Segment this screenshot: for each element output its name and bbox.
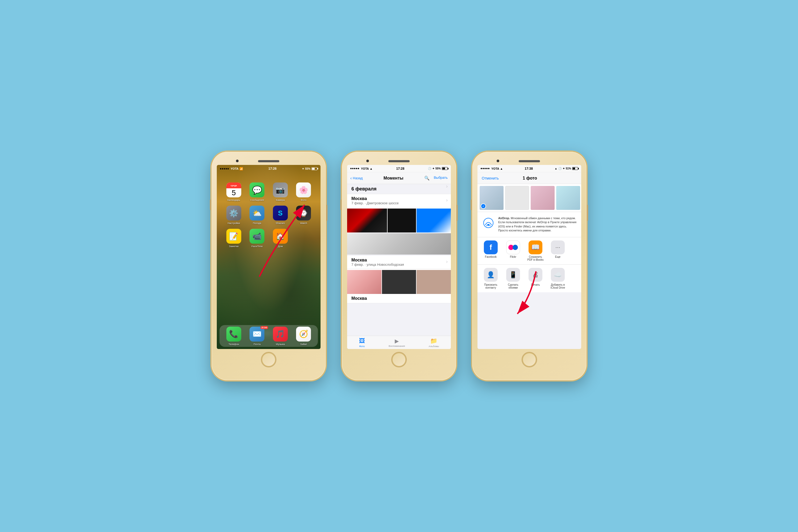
flickr-label: Flickr <box>510 255 516 258</box>
photo-pink1[interactable] <box>347 270 381 294</box>
battery-fill-3 <box>573 168 575 169</box>
d1 <box>350 168 352 169</box>
photo-dark[interactable] <box>382 270 416 294</box>
strip-photo-4[interactable] <box>556 186 580 210</box>
icloud-label: Добавить в iCloud Drive <box>549 283 567 289</box>
back-chevron: ‹ <box>350 176 352 180</box>
action-icloud[interactable]: ☁️ Добавить в iCloud Drive <box>549 268 567 289</box>
home-button-1[interactable] <box>261 352 277 367</box>
music-label: Музыка <box>276 343 285 345</box>
airdrop-body: Мгновенный обмен данными с теми, кто ряд… <box>498 216 576 232</box>
app-facetime[interactable]: 📹 FaceTime <box>247 229 267 248</box>
app-weather[interactable]: ⛅ Погода <box>247 206 267 225</box>
photo-black[interactable] <box>387 209 416 232</box>
safari-icon-img: 🧭 <box>296 327 311 342</box>
flickr-dots <box>508 245 518 250</box>
dock-safari[interactable]: 🧭 Safari <box>294 327 313 345</box>
app-home-app[interactable]: 🏠 Дом <box>271 229 290 248</box>
app-camera[interactable]: 📷 Камера <box>271 183 290 201</box>
app-shazam[interactable]: S Shazam <box>271 206 290 225</box>
photo-snow[interactable] <box>347 233 451 254</box>
app-messages[interactable]: 💬 Сообщения <box>247 183 267 201</box>
home-icon-img: 🏠 <box>273 229 288 244</box>
battery-fill-2 <box>442 168 445 169</box>
phone-icon-img: 📞 <box>226 327 241 342</box>
d4 <box>356 168 357 169</box>
tab-albums[interactable]: 📁 Альбомы <box>429 338 439 348</box>
power-button-3[interactable] <box>587 205 588 221</box>
photos-label: Фото <box>301 198 306 201</box>
strip-photo-2[interactable] <box>505 186 529 210</box>
nav-back-btn[interactable]: ‹ Назад <box>350 176 363 180</box>
wifi-icon-3: ▲ <box>500 167 503 170</box>
mail-label: Почта <box>253 343 261 345</box>
ibooks-icon: 📖 <box>529 241 543 254</box>
signal-dots <box>220 168 229 169</box>
share-facebook[interactable]: f Facebook <box>482 241 500 261</box>
share-title: 1 фото <box>523 176 537 180</box>
photo-vr[interactable] <box>347 209 387 232</box>
messages-label: Сообщения <box>250 198 264 201</box>
music-icon-img: 🎵 <box>273 327 288 342</box>
contact-icon: 👤 <box>484 268 498 282</box>
battery-icon-3 <box>572 167 578 170</box>
photo-msg[interactable] <box>417 209 451 232</box>
carrier-3: YOTA <box>491 167 499 170</box>
dock-phone[interactable]: 📞 Телефон <box>224 327 243 345</box>
app-watch[interactable]: ⌚ Watch <box>294 206 313 225</box>
tab-memories[interactable]: ▶ Воспоминания <box>388 338 405 347</box>
calendar-icon-img: среда 5 <box>226 183 241 197</box>
watch-icon-img: ⌚ <box>296 206 311 221</box>
clock-icon-3: 🕐 <box>558 167 562 170</box>
location-2-header: Москва 7 февр. · улица Новослободская <box>347 255 451 269</box>
d5-3 <box>488 168 490 169</box>
action-contact[interactable]: 👤 Присвоить контакту <box>482 268 500 289</box>
icloud-icon: ☁️ <box>551 268 565 282</box>
photo-extra[interactable] <box>417 270 451 294</box>
city-2: Москва <box>352 258 446 263</box>
status-right-2: 🕐 ✦ 55% <box>428 167 448 170</box>
status-left-2: YOTA ▲ <box>350 167 373 170</box>
speaker <box>258 160 279 162</box>
app-photos[interactable]: 🌸 Фото <box>294 183 313 201</box>
power-button[interactable] <box>326 205 327 221</box>
status-bar-1: YOTA 📶 17:26 ✦ 55% <box>217 165 321 172</box>
strip-photo-3[interactable] <box>531 186 555 210</box>
safari-label: Safari <box>300 343 307 345</box>
wallpaper-label: Сделать обоями <box>504 283 522 289</box>
share-ibooks[interactable]: 📖 Сохранить PDF в iBooks <box>527 241 545 261</box>
home-button-3[interactable] <box>521 352 537 367</box>
d3 <box>354 168 355 169</box>
strip-photo-1[interactable]: ✓ <box>480 186 504 210</box>
photo-grid-2 <box>347 269 451 293</box>
cancel-button[interactable]: Отменить <box>482 176 499 180</box>
shazam-label: Shazam <box>276 222 285 225</box>
search-btn[interactable]: 🔍 <box>424 175 430 180</box>
home-button-2[interactable] <box>391 352 407 367</box>
d5 <box>358 168 359 169</box>
share-flickr[interactable]: Flickr <box>504 241 522 261</box>
app-notes[interactable]: 📝 Заметки <box>224 229 243 248</box>
dock-music[interactable]: 🎵 Музыка <box>271 327 290 345</box>
phone3-top <box>475 157 583 165</box>
battery-fill <box>312 168 315 170</box>
app-calendar[interactable]: среда 5 Календарь <box>224 183 243 201</box>
photo-strip: ✓ <box>477 184 581 212</box>
d1-3 <box>481 168 482 169</box>
select-btn[interactable]: Выбрать <box>434 175 448 180</box>
ibooks-label: Сохранить PDF в iBooks <box>527 255 545 261</box>
dock-mail[interactable]: ✉️ 25 340 Почта <box>247 327 267 345</box>
dot4 <box>226 168 227 169</box>
app-settings[interactable]: ⚙️ Настройки <box>224 206 243 225</box>
status-bar-3: YOTA ▲ 17:38 ▲ 🕐 ✦ 51% <box>477 165 581 172</box>
power-button-2[interactable] <box>456 205 458 221</box>
memories-tab-icon: ▶ <box>395 338 399 344</box>
action-wallpaper[interactable]: 📱 Сделать обоями <box>504 268 522 289</box>
dock: 📞 Телефон ✉️ 25 340 Почта 🎵 Музыка 🧭 Saf… <box>220 325 318 347</box>
nav-actions: 🔍 Выбрать <box>424 175 448 180</box>
nav-title-photos: Моменты <box>384 176 403 180</box>
tab-photos[interactable]: 🖼 Фото <box>359 338 365 348</box>
share-more[interactable]: ··· Еще <box>549 241 567 261</box>
flickr-icon <box>506 241 520 254</box>
action-print[interactable]: 🖨 Печать <box>527 268 545 289</box>
